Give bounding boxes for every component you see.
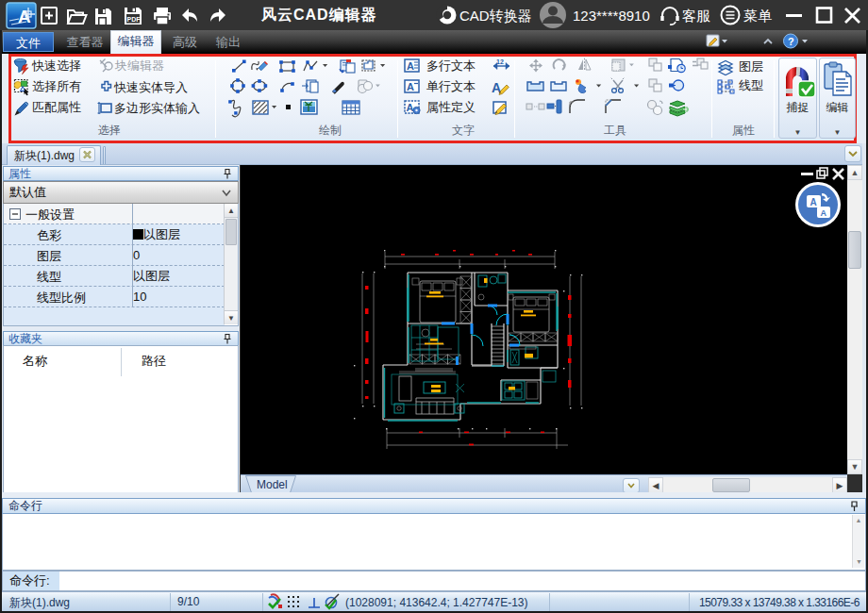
svg-text:12: 12 — [496, 58, 504, 65]
svg-text:?: ? — [788, 36, 794, 47]
svg-text:A: A — [810, 197, 817, 207]
svg-text:PDF: PDF — [127, 16, 142, 23]
svg-text:A: A — [821, 208, 827, 218]
svg-text:A: A — [407, 81, 414, 92]
svg-text:Model: Model — [257, 478, 288, 491]
svg-text:A: A — [407, 60, 414, 72]
svg-text:A: A — [407, 102, 414, 113]
